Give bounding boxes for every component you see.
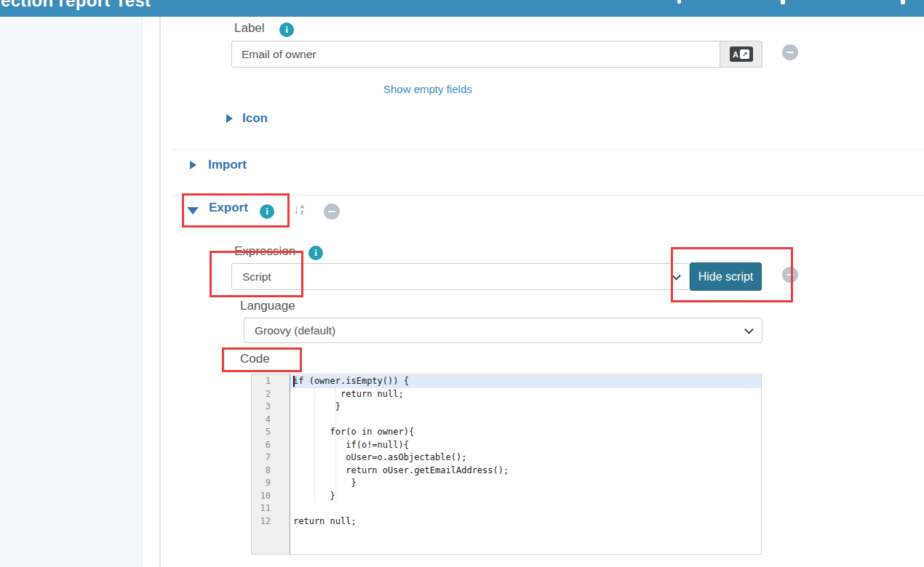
sort-icon[interactable]: ↓ A Z <box>293 204 304 216</box>
remove-label-button[interactable] <box>782 44 798 60</box>
code-area[interactable]: if (owner.isEmpty()) { return null; } fo… <box>290 374 761 554</box>
left-sidebar <box>0 17 143 567</box>
language-label: Language <box>240 299 295 313</box>
code-line[interactable]: return null; <box>290 515 761 528</box>
info-glyph: i <box>266 206 268 217</box>
expression-label: Expression <box>234 244 295 259</box>
code-line[interactable]: } <box>290 477 761 490</box>
code-lines: if (owner.isEmpty()) { return null; } fo… <box>290 375 761 528</box>
hide-script-label: Hide script <box>698 270 754 284</box>
code-label: Code <box>240 352 270 366</box>
header-icon-fragment-3[interactable] <box>901 0 905 4</box>
code-line-number: 11 <box>252 502 290 515</box>
export-section-expand-icon[interactable] <box>187 207 199 214</box>
info-glyph: i <box>314 247 317 259</box>
code-line-number: 7 <box>252 451 290 465</box>
chevron-down-icon <box>672 270 681 280</box>
code-line[interactable]: return null; <box>290 388 761 401</box>
code-line-number: 10 <box>252 490 290 503</box>
code-line[interactable] <box>290 502 761 515</box>
hide-script-button[interactable]: Hide script <box>690 262 762 291</box>
code-line-number: 1 <box>252 375 290 388</box>
code-line[interactable]: } <box>290 490 761 503</box>
indent-guide <box>314 388 315 503</box>
translate-arrow: ↗ <box>740 49 749 59</box>
expression-select-value: Script <box>242 270 271 284</box>
label-input[interactable] <box>231 41 720 68</box>
page-title: Edit collection report Test <box>0 0 151 11</box>
translate-a: A <box>733 50 738 59</box>
divider <box>171 195 924 196</box>
code-line-number: 9 <box>252 477 290 490</box>
code-editor[interactable]: 123456789101112 if (owner.isEmpty()) { r… <box>251 374 762 555</box>
divider <box>171 149 924 150</box>
translate-icon: A ↗ <box>730 47 753 62</box>
code-line[interactable]: oUser=o.asObjectable(); <box>290 451 761 465</box>
label-input-group: A ↗ <box>231 41 762 68</box>
section-import[interactable]: Import <box>208 158 247 172</box>
language-select[interactable]: Groovy (default) <box>244 318 762 343</box>
app-header: Edit collection report Test <box>0 0 924 17</box>
translate-addon-button[interactable]: A ↗ <box>720 41 762 68</box>
code-line[interactable]: if(o!=null){ <box>290 439 761 452</box>
icon-section-collapse-icon[interactable] <box>226 114 233 123</box>
info-glyph: i <box>285 24 288 36</box>
content-panel-edge <box>159 17 161 567</box>
code-line[interactable] <box>290 414 761 427</box>
text-cursor <box>293 376 295 387</box>
section-export[interactable]: Export <box>209 201 248 215</box>
sort-arrow: ↓ <box>293 204 300 216</box>
code-line-number: 5 <box>252 426 290 439</box>
code-line-number: 8 <box>252 465 290 478</box>
header-icon-fragment-1[interactable] <box>677 0 681 4</box>
code-line-number: 12 <box>252 515 290 528</box>
chevron-down-icon <box>744 324 754 334</box>
code-gutter: 123456789101112 <box>252 374 290 554</box>
show-empty-fields-link[interactable]: Show empty fields <box>383 83 472 95</box>
remove-export-button[interactable] <box>324 204 340 220</box>
indent-guide <box>335 388 336 503</box>
code-line-number: 6 <box>252 439 290 452</box>
section-icon[interactable]: Icon <box>242 111 268 126</box>
code-line[interactable]: return oUser.getEmailAddress(); <box>290 465 761 478</box>
code-line-number: 4 <box>252 414 290 427</box>
expression-select[interactable]: Script <box>231 263 690 290</box>
code-line-number: 3 <box>252 401 290 414</box>
info-icon[interactable]: i <box>279 23 294 37</box>
code-line[interactable]: if (owner.isEmpty()) { <box>290 375 761 388</box>
code-line[interactable]: for(o in owner){ <box>290 426 761 439</box>
header-icon-fragment-2[interactable] <box>781 0 785 4</box>
export-info-icon[interactable]: i <box>260 204 274 219</box>
sort-letter-z: Z <box>300 210 305 216</box>
import-section-collapse-icon[interactable] <box>190 161 196 169</box>
expression-info-icon[interactable]: i <box>308 246 323 260</box>
code-line[interactable]: } <box>290 401 761 414</box>
remove-expression-button[interactable] <box>782 267 798 283</box>
label-field-label: Label <box>234 21 265 36</box>
language-select-value: Groovy (default) <box>255 324 335 337</box>
code-line-number: 2 <box>252 388 290 401</box>
